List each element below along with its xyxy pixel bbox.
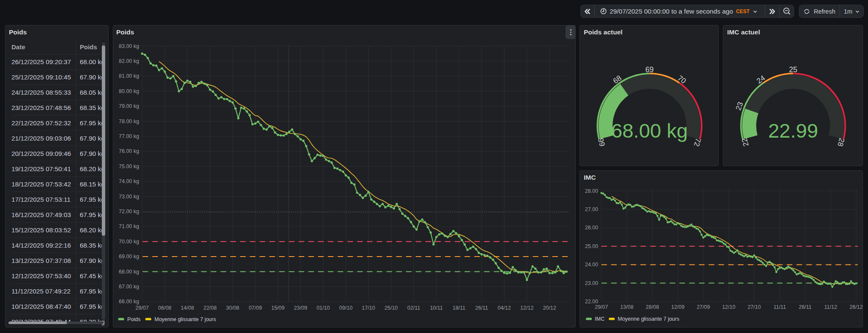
svg-text:69: 69 — [645, 65, 653, 74]
svg-text:68.00 kg: 68.00 kg — [611, 119, 688, 142]
svg-text:Moyenne glissante 7 jours: Moyenne glissante 7 jours — [154, 316, 216, 322]
svg-text:29/07: 29/07 — [135, 305, 148, 311]
svg-text:25.00: 25.00 — [585, 243, 598, 249]
svg-text:15/09: 15/09 — [271, 305, 284, 311]
svg-text:78.00 kg: 78.00 kg — [119, 119, 139, 124]
svg-text:25: 25 — [789, 65, 797, 74]
svg-text:71.00 kg: 71.00 kg — [119, 223, 139, 229]
svg-text:75.00 kg: 75.00 kg — [119, 164, 139, 169]
svg-text:67.00 kg: 67.00 kg — [119, 284, 139, 290]
svg-text:27/09: 27/09 — [697, 304, 710, 310]
svg-text:81.00 kg: 81.00 kg — [119, 73, 139, 79]
svg-text:69.00 kg: 69.00 kg — [119, 254, 139, 260]
svg-text:06/08: 06/08 — [158, 305, 171, 311]
svg-text:23/09: 23/09 — [294, 305, 307, 311]
svg-text:73.00 kg: 73.00 kg — [119, 194, 139, 200]
svg-text:12/12: 12/12 — [520, 305, 533, 311]
svg-text:26/12: 26/12 — [849, 304, 862, 310]
svg-text:IMC: IMC — [595, 316, 605, 322]
svg-text:27.00: 27.00 — [585, 206, 598, 212]
svg-text:27/10: 27/10 — [748, 304, 761, 310]
svg-text:77.00 kg: 77.00 kg — [119, 133, 139, 139]
svg-text:Moyenne glissante 7 jours: Moyenne glissante 7 jours — [618, 316, 679, 322]
svg-text:79.00 kg: 79.00 kg — [119, 103, 139, 109]
svg-text:80.00 kg: 80.00 kg — [119, 88, 139, 94]
svg-text:30/08: 30/08 — [226, 305, 239, 311]
svg-text:28.00: 28.00 — [585, 188, 598, 194]
svg-text:66: 66 — [596, 137, 607, 147]
svg-text:02/11: 02/11 — [407, 305, 420, 311]
svg-text:22: 22 — [740, 137, 750, 147]
svg-text:09/10: 09/10 — [339, 305, 353, 311]
svg-text:22.99: 22.99 — [768, 119, 818, 142]
svg-text:23.00: 23.00 — [585, 280, 598, 286]
svg-text:82.00 kg: 82.00 kg — [119, 58, 139, 64]
svg-text:11/12: 11/12 — [824, 304, 837, 310]
svg-text:28/08: 28/08 — [646, 304, 659, 310]
svg-text:26/11: 26/11 — [475, 305, 488, 311]
svg-text:14/08: 14/08 — [181, 305, 194, 311]
svg-text:22/08: 22/08 — [203, 305, 216, 311]
svg-text:68.00 kg: 68.00 kg — [119, 269, 139, 275]
svg-text:72: 72 — [692, 137, 703, 147]
svg-text:25/10: 25/10 — [384, 305, 398, 311]
svg-text:10/11: 10/11 — [430, 305, 442, 311]
svg-text:26/11: 26/11 — [799, 304, 812, 310]
svg-text:13/08: 13/08 — [620, 304, 633, 310]
svg-text:07/09: 07/09 — [249, 305, 262, 311]
svg-text:76.00 kg: 76.00 kg — [119, 148, 139, 154]
svg-text:74.00 kg: 74.00 kg — [119, 178, 139, 184]
svg-text:12/10: 12/10 — [722, 304, 735, 310]
svg-text:17/10: 17/10 — [362, 305, 375, 311]
svg-text:11/11: 11/11 — [773, 304, 786, 310]
svg-text:04/12: 04/12 — [498, 305, 511, 311]
svg-text:24.00: 24.00 — [585, 262, 598, 268]
svg-text:29/07: 29/07 — [595, 304, 608, 310]
svg-text:66.00 kg: 66.00 kg — [119, 299, 139, 305]
svg-text:26.00: 26.00 — [585, 225, 598, 231]
svg-text:01/10: 01/10 — [316, 305, 330, 311]
svg-text:70.00 kg: 70.00 kg — [119, 239, 139, 245]
svg-text:28: 28 — [836, 137, 846, 147]
svg-text:Poids: Poids — [127, 316, 140, 322]
svg-text:72.00 kg: 72.00 kg — [119, 209, 139, 214]
svg-text:12/09: 12/09 — [671, 304, 684, 310]
svg-text:83.00 kg: 83.00 kg — [119, 43, 139, 49]
svg-text:20/12: 20/12 — [543, 305, 556, 311]
svg-text:18/11: 18/11 — [453, 305, 465, 311]
